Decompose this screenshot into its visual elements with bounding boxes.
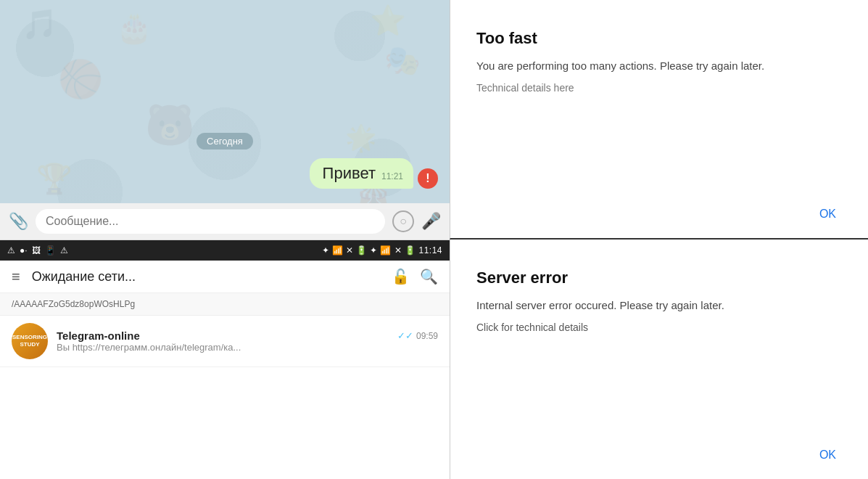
preview-url: https://телеграмм.онлайн/telegram/ка... bbox=[73, 342, 241, 353]
bluetooth-icon: ✦ bbox=[322, 245, 329, 255]
app-header-title: Ожидание сети... bbox=[32, 269, 380, 284]
dialog-server-error-message: Internal server error occured. Please tr… bbox=[476, 298, 842, 314]
network-icon: ●· bbox=[20, 245, 28, 255]
telegram-chat-panel: 🎵 🎂 ⭐ 🏀 🎭 🐻 🏆 🎪 🌟 Сегодня Привет 11:21 !… bbox=[0, 0, 450, 239]
dialog-too-fast-ok-button[interactable]: OK bbox=[814, 205, 842, 224]
chat-list: SENSORING STUDY Telegram-online ✓✓ 09:59… bbox=[0, 316, 450, 479]
dialog-too-fast-actions: OK bbox=[476, 197, 842, 224]
chat-preview: Вы https://телеграмм.онлайн/telegram/ка.… bbox=[57, 342, 438, 353]
checkmarks-icon: ✓✓ bbox=[397, 330, 413, 341]
dialog-server-error-details-link[interactable]: Click for technical details bbox=[476, 322, 842, 439]
message-row: Привет 11:21 ! bbox=[12, 158, 438, 189]
avatar: SENSORING STUDY bbox=[12, 323, 48, 359]
sticker-icon[interactable]: ○ bbox=[392, 210, 414, 232]
sender-prefix: Вы bbox=[57, 342, 70, 353]
status-time: ✦ 📶 ✕ 🔋 11:14 bbox=[370, 245, 442, 255]
dialog-server-error-actions: OK bbox=[476, 438, 842, 464]
url-chat-item[interactable]: /AAAAAFZoG5dz8opWOsHLPg bbox=[0, 293, 450, 316]
dialog-too-fast: Too fast You are performing too many act… bbox=[450, 0, 868, 239]
search-icon[interactable]: 🔍 bbox=[420, 268, 438, 285]
sticker-symbol: ○ bbox=[400, 215, 407, 228]
image-icon: 🖼 bbox=[32, 245, 41, 255]
status-bar: ⚠ ●· 🖼 📱 ⚠ ✦ 📶 ✕ 🔋 ✦ 📶 ✕ 🔋 11:14 bbox=[0, 240, 450, 261]
app-header: ≡ Ожидание сети... 🔓 🔍 bbox=[0, 261, 450, 293]
dialog-too-fast-message: You are performing too many actions. Ple… bbox=[476, 58, 842, 75]
time-value: 09:59 bbox=[416, 331, 438, 341]
warning-icon-1: ⚠ bbox=[7, 245, 15, 255]
chat-messages-area: Сегодня Привет 11:21 ! bbox=[0, 0, 450, 203]
message-text: Привет bbox=[323, 164, 376, 183]
avatar-text-line2: STUDY bbox=[20, 341, 39, 348]
dialog-server-error: Server error Internal server error occur… bbox=[450, 239, 868, 479]
app-chat-list-panel: ⚠ ●· 🖼 📱 ⚠ ✦ 📶 ✕ 🔋 ✦ 📶 ✕ 🔋 11:14 ≡ Ожида… bbox=[0, 239, 450, 479]
chat-time: ✓✓ 09:59 bbox=[397, 330, 438, 341]
chat-input-bar: 📎 ○ 🎤 bbox=[0, 203, 450, 239]
dialog-too-fast-title: Too fast bbox=[476, 29, 842, 48]
whatsapp-icon: 📱 bbox=[45, 245, 56, 255]
dialog-server-error-title: Server error bbox=[476, 269, 842, 287]
x-icon: ✕ bbox=[346, 245, 353, 255]
chat-name: Telegram-online bbox=[57, 329, 140, 342]
battery-icon: 🔋 bbox=[356, 245, 367, 255]
chat-info: Telegram-online ✓✓ 09:59 Вы https://теле… bbox=[57, 329, 438, 353]
date-badge: Сегодня bbox=[197, 133, 253, 150]
warning-icon-2: ⚠ bbox=[60, 245, 68, 255]
message-error-badge[interactable]: ! bbox=[418, 168, 438, 189]
header-icons: 🔓 🔍 bbox=[392, 268, 438, 285]
signal-icon: 📶 bbox=[332, 245, 343, 255]
lock-icon[interactable]: 🔓 bbox=[392, 268, 410, 285]
dialog-server-error-ok-button[interactable]: OK bbox=[814, 446, 842, 464]
chat-name-row: Telegram-online ✓✓ 09:59 bbox=[57, 329, 438, 342]
status-bar-right: ✦ 📶 ✕ 🔋 ✦ 📶 ✕ 🔋 11:14 bbox=[322, 245, 442, 255]
microphone-icon[interactable]: 🎤 bbox=[421, 212, 441, 231]
avatar-text-line1: SENSORING bbox=[12, 334, 47, 341]
status-bar-left: ⚠ ●· 🖼 📱 ⚠ bbox=[7, 245, 68, 255]
message-time: 11:21 bbox=[381, 171, 403, 183]
message-input[interactable] bbox=[36, 209, 385, 234]
attachment-icon[interactable]: 📎 bbox=[9, 212, 28, 231]
dialog-too-fast-details: Technical details here bbox=[476, 82, 842, 198]
list-item[interactable]: SENSORING STUDY Telegram-online ✓✓ 09:59… bbox=[0, 316, 450, 367]
message-bubble: Привет 11:21 bbox=[310, 158, 413, 189]
hamburger-menu-icon[interactable]: ≡ bbox=[12, 269, 20, 285]
